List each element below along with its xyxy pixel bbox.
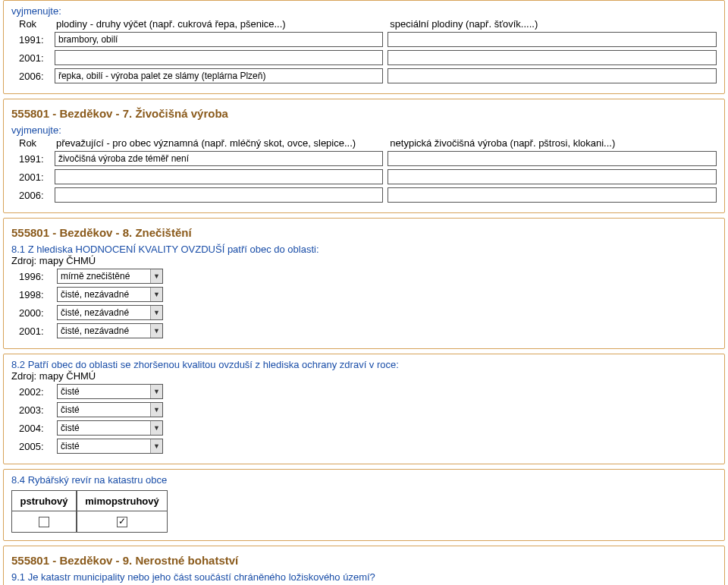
q81-2001-select[interactable]: čisté, nezávadné ▼ — [57, 323, 163, 338]
select-value: čisté, nezávadné — [61, 307, 129, 318]
col-year-head: Rok — [11, 18, 55, 30]
q81-1996-select[interactable]: mírně znečištěné ▼ — [57, 269, 163, 284]
row-1991: 1991: brambory, obilí — [11, 31, 717, 48]
select-value: čisté — [61, 441, 80, 451]
chevron-down-icon: ▼ — [150, 403, 162, 417]
year-label: 2000: — [11, 307, 52, 319]
q81-row-1998: 1998: čisté, nezávadné ▼ — [11, 286, 717, 303]
year-label: 1991: — [11, 34, 50, 46]
section-8-heading: 555801 - Bezděkov - 8. Znečištění — [11, 226, 717, 239]
row-2001: 2001: — [11, 168, 717, 185]
q84-head-row: pstruhový mimopstruhový — [11, 490, 168, 511]
section-9: 555801 - Bezděkov - 9. Nerostné bohatstv… — [3, 546, 725, 585]
section-7-zivocisna: 555801 - Bezděkov - 7. Živočišná výroba … — [3, 99, 725, 213]
select-value: čisté — [61, 423, 80, 433]
zivocisna-2001-left[interactable] — [55, 169, 384, 184]
row-2006: 2006: — [11, 187, 717, 203]
year-label: 2005: — [11, 441, 52, 452]
year-label: 2006: — [11, 190, 50, 201]
year-label: 2006: — [11, 71, 50, 82]
zivocisna-2001-right[interactable] — [388, 169, 717, 184]
list-label: vyjmenujte: — [11, 5, 717, 17]
year-label: 2002: — [11, 386, 52, 398]
plodiny-2006-right[interactable] — [388, 68, 717, 83]
select-value: čisté — [61, 386, 80, 397]
section-plodiny: vyjmenujte: Rok plodiny - druhy výčet (n… — [3, 0, 725, 94]
chevron-down-icon: ▼ — [150, 439, 162, 453]
year-label: 2001: — [11, 171, 50, 183]
q81-title: 8.1 Z hlediska HODNOCENÍ KVALITY OVZDUŠÍ… — [11, 244, 717, 255]
q82-row-2004: 2004: čisté ▼ — [11, 420, 717, 436]
list-label: vyjmenujte: — [11, 124, 717, 136]
row-2001: 2001: — [11, 49, 717, 66]
year-label: 2003: — [11, 404, 52, 416]
row-1991: 1991: živočišná výroba zde téměř není — [11, 150, 717, 167]
zivocisna-2006-right[interactable] — [388, 187, 717, 203]
q82-source: Zdroj: mapy ČHMÚ — [11, 370, 717, 382]
q82-row-2003: 2003: čisté ▼ — [11, 401, 717, 418]
plodiny-1991-left[interactable]: brambory, obilí — [55, 32, 384, 47]
q82-2003-select[interactable]: čisté ▼ — [57, 402, 163, 417]
plodiny-1991-right[interactable] — [388, 32, 717, 47]
plodiny-2001-right[interactable] — [388, 50, 717, 65]
select-value: čisté, nezávadné — [61, 326, 129, 336]
section-7-heading: 555801 - Bezděkov - 7. Živočišná výroba — [11, 107, 717, 120]
chevron-down-icon: ▼ — [150, 288, 162, 301]
q84-col-pstruhovy: pstruhový — [11, 490, 77, 511]
select-value: mírně znečištěné — [61, 271, 130, 281]
col-left-head: plodiny - druhy výčet (např. cukrová řep… — [55, 18, 385, 30]
year-label: 2001: — [11, 52, 50, 64]
q81-1998-select[interactable]: čisté, nezávadné ▼ — [57, 287, 163, 302]
plodiny-2006-left[interactable]: řepka, obilí - výroba palet ze slámy (te… — [55, 68, 384, 83]
year-label: 2001: — [11, 326, 52, 337]
q81-row-2000: 2000: čisté, nezávadné ▼ — [11, 304, 717, 321]
year-label: 1996: — [11, 271, 52, 282]
q84-mimopstruhovy-checkbox[interactable] — [117, 517, 127, 527]
zivocisna-1991-left[interactable]: živočišná výroba zde téměř není — [55, 151, 384, 166]
q82-2002-select[interactable]: čisté ▼ — [57, 384, 163, 399]
q81-row-1996: 1996: mírně znečištěné ▼ — [11, 268, 717, 285]
chevron-down-icon: ▼ — [150, 385, 162, 398]
q81-row-2001: 2001: čisté, nezávadné ▼ — [11, 322, 717, 339]
head-row: Rok převažující - pro obec významná (nap… — [11, 137, 717, 149]
year-label: 2004: — [11, 423, 52, 434]
chevron-down-icon: ▼ — [150, 269, 162, 283]
q84-col-mimopstruhovy: mimopstruhový — [77, 490, 168, 511]
q82-row-2002: 2002: čisté ▼ — [11, 383, 717, 400]
plodiny-2001-left[interactable] — [55, 50, 384, 65]
year-label: 1991: — [11, 153, 50, 165]
col-left-head: převažující - pro obec významná (např. m… — [55, 137, 385, 149]
zivocisna-2006-left[interactable] — [55, 187, 384, 203]
q91-title: 9.1 Je katastr municipality nebo jeho čá… — [11, 571, 717, 583]
col-right-head: speciální plodiny (např. šťovík.....) — [385, 18, 717, 30]
zivocisna-1991-right[interactable] — [388, 151, 717, 166]
head-row: Rok plodiny - druhy výčet (např. cukrová… — [11, 18, 717, 30]
q82-2005-select[interactable]: čisté ▼ — [57, 439, 163, 454]
section-8-2: 8.2 Patří obec do oblasti se zhoršenou k… — [3, 354, 725, 464]
q84-cell-mimopstruhovy — [77, 511, 168, 533]
chevron-down-icon: ▼ — [150, 421, 162, 435]
q84-title: 8.4 Rybářský revír na katastru obce — [11, 474, 717, 486]
row-2006: 2006: řepka, obilí - výroba palet ze slá… — [11, 68, 717, 84]
q84-value-row — [11, 511, 168, 533]
q81-2000-select[interactable]: čisté, nezávadné ▼ — [57, 305, 163, 320]
select-value: čisté — [61, 404, 80, 415]
chevron-down-icon: ▼ — [150, 306, 162, 319]
year-label: 1998: — [11, 289, 52, 300]
q82-2004-select[interactable]: čisté ▼ — [57, 420, 163, 436]
section-8-4: 8.4 Rybářský revír na katastru obce pstr… — [3, 469, 725, 541]
q82-title: 8.2 Patří obec do oblasti se zhoršenou k… — [11, 359, 717, 370]
q81-source: Zdroj: mapy ČHMÚ — [11, 255, 717, 266]
col-year-head: Rok — [11, 137, 55, 149]
chevron-down-icon: ▼ — [150, 324, 162, 338]
q84-cell-pstruhovy — [11, 511, 77, 533]
col-right-head: netypická živočišná výroba (např. pštros… — [385, 137, 717, 149]
section-9-heading: 555801 - Bezděkov - 9. Nerostné bohatstv… — [11, 554, 717, 567]
q84-pstruhovy-checkbox[interactable] — [39, 517, 49, 527]
select-value: čisté, nezávadné — [61, 289, 129, 300]
section-8-1: 555801 - Bezděkov - 8. Znečištění 8.1 Z … — [3, 218, 725, 349]
q82-row-2005: 2005: čisté ▼ — [11, 438, 717, 454]
